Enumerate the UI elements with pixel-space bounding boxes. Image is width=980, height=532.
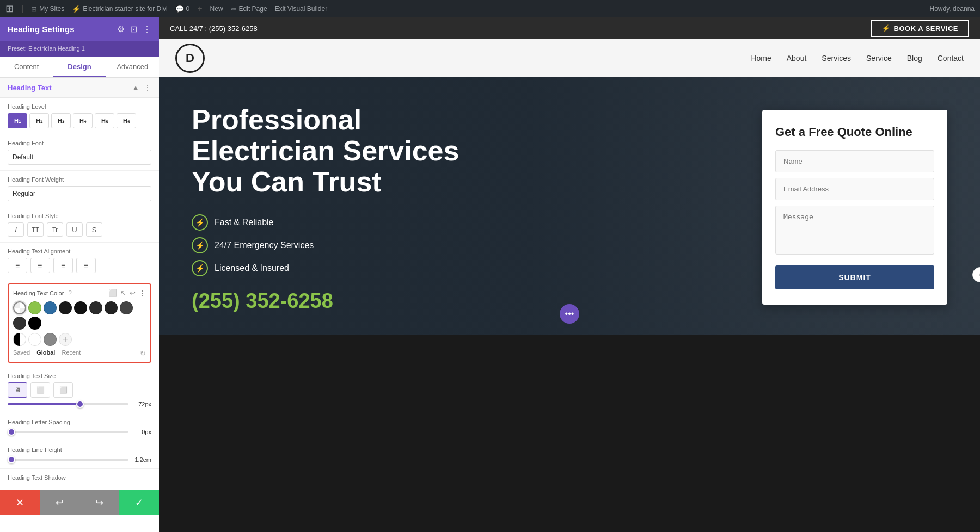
nav-contact[interactable]: Contact	[938, 54, 964, 63]
name-input[interactable]	[775, 150, 934, 172]
undo-button[interactable]: ↩	[40, 490, 79, 515]
align-justify-button[interactable]: ≡	[76, 258, 96, 273]
new-post-link[interactable]: New	[210, 5, 223, 13]
heading-level-field: Heading Level H₁ H₂ H₃ H₄ H₅ H₆	[0, 98, 159, 134]
heading-text-size-field: Heading Text Size 🖥 ⬜ ⬜ 72px	[0, 367, 159, 413]
redo-button[interactable]: ↪	[79, 490, 119, 515]
nav-about[interactable]: About	[787, 54, 807, 63]
submit-button[interactable]: SUBMIT	[775, 265, 934, 289]
feature-icon-2: ⚡	[192, 237, 208, 253]
sidebar-tabs: Content Design Advanced	[0, 57, 159, 78]
reset-color-icon[interactable]: ↩	[130, 289, 136, 297]
color-swatch-dark1[interactable]	[59, 301, 72, 314]
collapse-icon[interactable]: ▲	[132, 83, 139, 92]
cursor-icon[interactable]: ↖	[120, 289, 126, 297]
feature-item-2: ⚡ 24/7 Emergency Services	[192, 237, 740, 253]
size-mobile-button[interactable]: ⬜	[53, 382, 73, 398]
message-input[interactable]	[775, 206, 934, 255]
settings-icon[interactable]: ⚙	[117, 24, 125, 34]
my-sites-menu[interactable]: ⊞ My Sites	[31, 5, 64, 13]
site-preview: CALL 24/7 : (255) 352-6258 ⚡ BOOK A SERV…	[159, 17, 980, 335]
email-input[interactable]	[775, 178, 934, 200]
refresh-icon[interactable]: ↻	[140, 349, 146, 357]
heading-letter-spacing-field: Heading Letter Spacing 0px	[0, 413, 159, 441]
h1-button[interactable]: H₁	[8, 113, 27, 128]
color-swatch-dark4[interactable]	[105, 301, 118, 314]
h4-button[interactable]: H₄	[73, 113, 93, 128]
color-swatch-white[interactable]	[28, 333, 41, 346]
size-slider-track[interactable]	[8, 403, 128, 405]
book-service-button[interactable]: ⚡ BOOK A SERVICE	[871, 20, 969, 37]
line-height-track[interactable]	[8, 459, 128, 461]
color-swatch-half[interactable]	[13, 333, 26, 346]
heading-font-field: Heading Font Default	[0, 134, 159, 171]
main-layout: Heading Settings ⚙ ⊡ ⋮ Preset: Electrici…	[0, 17, 980, 532]
color-swatch-dark3[interactable]	[89, 301, 102, 314]
cancel-button[interactable]: ✕	[0, 490, 40, 515]
align-right-button[interactable]: ≡	[53, 258, 73, 273]
section-heading-text: Heading Text ▲ ⋮	[0, 78, 159, 98]
heading-font-weight-select[interactable]: Regular	[8, 186, 151, 201]
letter-spacing-track[interactable]	[8, 431, 128, 433]
global-tab[interactable]: Global	[36, 349, 55, 357]
wp-logo-icon[interactable]: ⊞	[5, 3, 14, 15]
nav-services[interactable]: Services	[822, 54, 851, 63]
heading-text-shadow-field: Heading Text Shadow	[0, 469, 159, 490]
strikethrough-button[interactable]: S	[86, 222, 102, 237]
nav-home[interactable]: Home	[751, 54, 771, 63]
color-swatch-green[interactable]	[28, 301, 41, 314]
underline-button[interactable]: U	[66, 222, 83, 237]
italic-button[interactable]: I	[8, 222, 24, 237]
section-more-icon[interactable]: ⋮	[144, 83, 151, 92]
site-name-link[interactable]: ⚡ Electrician starter site for Divi	[72, 5, 167, 13]
align-center-button[interactable]: ≡	[30, 258, 50, 273]
tab-content[interactable]: Content	[0, 57, 53, 77]
color-swatch-black[interactable]	[28, 317, 41, 330]
heading-level-buttons: H₁ H₂ H₃ H₄ H₅ H₆	[8, 113, 151, 128]
size-icons: 🖥 ⬜ ⬜	[8, 382, 151, 398]
heading-font-select[interactable]: Default	[8, 150, 151, 165]
feature-item-1: ⚡ Fast & Reliable	[192, 214, 740, 231]
floating-menu-button[interactable]: •••	[560, 304, 579, 324]
edit-icon: ✏	[231, 5, 237, 13]
edit-page-link[interactable]: ✏ Edit Page	[231, 5, 267, 13]
align-left-button[interactable]: ≡	[8, 258, 27, 273]
size-tablet-button[interactable]: ⬜	[30, 382, 50, 398]
exit-builder-link[interactable]: Exit Visual Builder	[275, 5, 328, 13]
color-swatch-dark6[interactable]	[13, 317, 26, 330]
site-navbar: D Home About Services Service Blog Conta…	[159, 39, 980, 77]
mixed-caps-button[interactable]: Tr	[47, 222, 63, 237]
expand-icon[interactable]: ⊡	[130, 24, 137, 34]
saved-tab[interactable]: Saved	[13, 349, 30, 357]
h6-button[interactable]: H₆	[117, 113, 136, 128]
color-swatch-dark2[interactable]	[74, 301, 87, 314]
h2-button[interactable]: H₂	[29, 113, 49, 128]
admin-bar: ⊞ | ⊞ My Sites ⚡ Electrician starter sit…	[0, 0, 980, 17]
add-color-button[interactable]: +	[59, 333, 72, 346]
tab-design[interactable]: Design	[53, 57, 106, 77]
recent-tab[interactable]: Recent	[62, 349, 81, 357]
nav-blog[interactable]: Blog	[907, 54, 922, 63]
h3-button[interactable]: H₃	[51, 113, 71, 128]
small-caps-button[interactable]: TT	[27, 222, 44, 237]
confirm-button[interactable]: ✓	[119, 490, 159, 515]
size-desktop-button[interactable]: 🖥	[8, 382, 27, 398]
howdy-text: Howdy, deanna	[930, 5, 975, 13]
text-size-slider: 72px	[8, 401, 151, 407]
more-icon[interactable]: ⋮	[143, 24, 151, 34]
help-icon[interactable]: ?	[68, 289, 72, 297]
more-color-icon[interactable]: ⋮	[139, 289, 146, 297]
line-height-value: 1.2em	[133, 456, 151, 463]
color-swatch-dark5[interactable]	[120, 301, 133, 314]
nav-service[interactable]: Service	[866, 54, 892, 63]
copy-color-icon[interactable]: ⬜	[108, 289, 117, 297]
h5-button[interactable]: H₅	[95, 113, 114, 128]
color-swatch-transparent[interactable]	[13, 301, 26, 314]
color-icons: ⬜ ↖ ↩ ⋮	[108, 289, 146, 297]
comments-link[interactable]: 💬 0	[175, 5, 190, 13]
tab-advanced[interactable]: Advanced	[106, 57, 159, 77]
header-icons: ⚙ ⊡ ⋮	[117, 24, 151, 34]
heading-text-align-field: Heading Text Alignment ≡ ≡ ≡ ≡	[0, 243, 159, 279]
color-swatch-blue[interactable]	[44, 301, 57, 314]
color-swatch-gray[interactable]	[44, 333, 57, 346]
